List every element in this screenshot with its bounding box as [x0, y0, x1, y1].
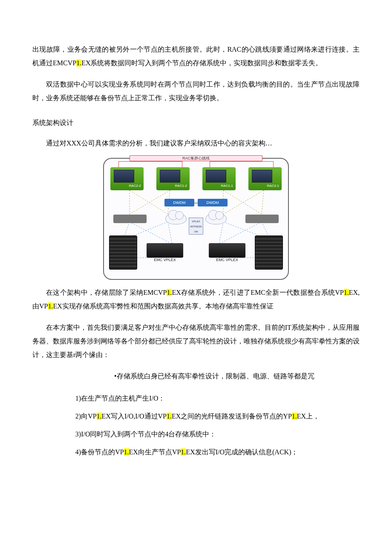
highlight: 1. [76, 59, 81, 67]
text: 1)在生产节点的主机产生I/O： [75, 395, 165, 402]
vplex-label: EMC VPLEX [209, 256, 245, 264]
text: •存储系统白身已经有高牢拳性设计，限制器、电源、链路等都是冗 [114, 372, 314, 380]
highlight: 1. [48, 302, 53, 310]
highlight: 1. [167, 289, 172, 296]
paragraph-2: 双活数据中心可以实现业务系统同时在两个节点同时工作，达到负载均衡的目的。当生产节… [32, 78, 360, 105]
paragraph-1: 出现故障，业务会无缝的被另外一个节点的主机所接管。此时，RAC的心跳线须要通过网… [32, 43, 360, 70]
text: EX之间的光纤链路发送到备份节点的YP [172, 413, 292, 420]
cloud-icon [165, 213, 187, 224]
vplex-box: EMC VPLEX [147, 243, 183, 258]
highlight: 1. [124, 448, 129, 456]
text: 通过对XXX公司具体需求的分析，我们建议客户采纳双活中心的容灾架构… [46, 139, 272, 147]
cloud-icon [205, 213, 227, 224]
storage-array [255, 235, 283, 270]
rac-node: RAC1-2 [156, 167, 190, 190]
text: EX向生产节点VP [129, 448, 181, 456]
architecture-diagram: RAC集群心跳线 RAC2-2 RAC1-2 [103, 158, 289, 280]
text: 4)备份节点的VP [75, 448, 124, 456]
dwdm-box: DWDM [198, 199, 228, 206]
dwdm-row: DWDM DWDM [104, 199, 288, 206]
rac-heartbeat-label: RAC集群心跳线 [130, 155, 262, 161]
paragraph-5: 在本方案中，首先我们要满足客户对生产中心存储系统高牢靠性的需求。目前的IT系统架… [32, 321, 360, 362]
bullet-item: •存储系统白身已经有高牢拳性设计，限制器、电源、链路等都是冗 [32, 369, 360, 383]
text: 2)向VP [75, 413, 97, 420]
vplex-witness: VPLEX WITNESS VM [189, 218, 203, 235]
switch [113, 215, 147, 223]
text: EX上， [297, 413, 320, 420]
rac-label: RAC1-2 [175, 183, 187, 189]
architecture-diagram-wrap: RAC集群心跳线 RAC2-2 RAC1-2 [32, 158, 360, 280]
rac-label: RAC2-2 [129, 183, 141, 189]
highlight: 1. [97, 413, 102, 420]
text: 在本方案中，首先我们要满足客户对生产中心存储系统高牢靠性的需求。目前的IT系统架… [32, 324, 360, 358]
paragraph-4: 在这个架构中，存储层除了采纳EMCVP1.EX存储系统外，还引进了EMC全新一代… [32, 286, 360, 313]
text: 3)I/O同时写入到两个节点中的4台存储系统中： [75, 430, 216, 438]
rac-label: RAC1-1 [221, 183, 233, 189]
highlight: 1. [292, 413, 297, 420]
highlight: 1. [181, 448, 186, 456]
highlight: 1. [344, 289, 349, 296]
vplex-label: EMC VPLEX [147, 256, 183, 264]
text: EX发出写I/O完成的确认信息(ACK)； [186, 448, 298, 456]
rac-label: RAC2-1 [267, 183, 279, 189]
rac-node: RAC2-1 [248, 167, 282, 190]
list-item-1: 1)在生产节点的主机产生I/O： [75, 392, 360, 405]
storage-array [109, 235, 137, 270]
switch [245, 215, 279, 223]
text: EX存储系统外，还引进了EMC全新一代数据整合系统VP [172, 289, 343, 296]
text: EX系统将数据同时写入到两个节点的存储系统中，实现数据同步和数据零丢失。 [81, 59, 322, 67]
list-item-4: 4)备份节点的VP1.EX向生产节点VP1.EX发出写I/O完成的确认信息(AC… [75, 445, 360, 459]
section-heading: 系统架构设计 [32, 116, 360, 130]
highlight: 1. [167, 413, 172, 420]
text: EX写入I/O,I/O通过VP [102, 413, 167, 420]
paragraph-3: 通过对XXX公司具体需求的分析，我们建议客户采纳双活中心的容灾架构… [32, 137, 360, 150]
rac-row: RAC2-2 RAC1-2 RAC1-1 RAC2-1 [104, 167, 288, 190]
text: 双活数据中心可以实现业务系统同时在两个节点同时工作，达到负载均衡的目的。当生产节… [32, 81, 360, 102]
text: EX实现存储系统高牢弊性和范围内数据高效共享。本地存储高牢靠性保证 [53, 302, 273, 310]
list-item-2: 2)向VP1.EX写入I/O,I/O通过VP1.EX之间的光纤链路发送到备份节点… [75, 410, 360, 423]
list-item-3: 3)I/O同时写入到两个节点中的4台存储系统中： [75, 427, 360, 441]
dwdm-box: DWDM [164, 199, 194, 206]
heading-text: 系统架构设计 [32, 119, 73, 126]
rac-node: RAC2-2 [110, 167, 144, 190]
vplex-box: EMC VPLEX [209, 243, 245, 258]
rac-node: RAC1-1 [202, 167, 236, 190]
text: 在这个架构中，存储层除了采纳EMCVP [46, 289, 167, 296]
